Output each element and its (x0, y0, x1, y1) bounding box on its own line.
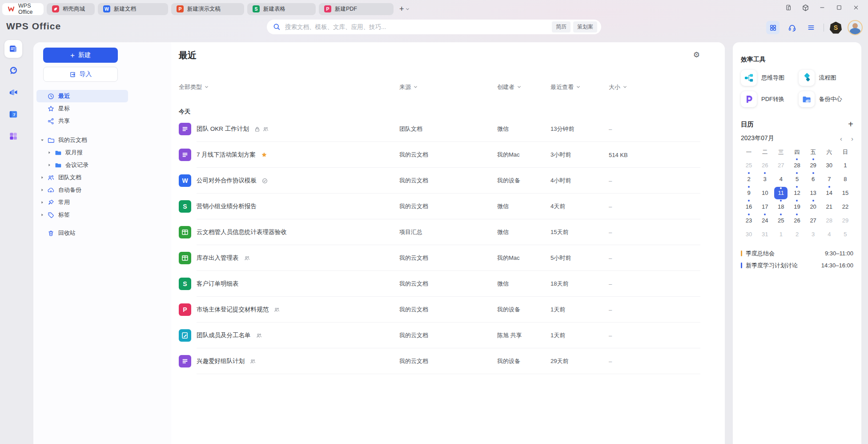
minimize-button[interactable] (814, 0, 831, 15)
calendar-day[interactable]: 26 (757, 158, 773, 172)
file-row[interactable]: 7 月线下活动策划方案 我的云文档 我的Mac 3小时前 514 KB (179, 142, 700, 168)
filter-source[interactable]: 来源 (399, 83, 497, 91)
add-event-button[interactable]: + (848, 120, 853, 129)
calendar-day[interactable]: 26 (789, 214, 805, 227)
file-row[interactable]: 云文档管人员信息统计表理器验收 项目汇总 微信 15天前 – (179, 219, 700, 245)
calendar-day[interactable]: 10 (757, 186, 773, 200)
calendar-day[interactable]: 7 (821, 172, 837, 186)
tab-list-chevron-down-icon[interactable] (405, 7, 410, 12)
sidebar-item-trash[interactable]: 回收站 (36, 227, 128, 239)
calendar-day[interactable]: 9 (741, 186, 757, 200)
calendar-event[interactable]: 季度总结会 9:30–11:00 (741, 247, 853, 259)
file-row[interactable]: S 营销小组业绩分析报告 我的云文档 微信 4天前 – (179, 194, 700, 219)
calendar-day[interactable]: 22 (837, 200, 853, 214)
file-row[interactable]: P 市场主体登记提交材料规范 我的云文档 我的设备 1天前 – (179, 297, 700, 323)
calendar-day[interactable]: 1 (773, 227, 789, 241)
settings-gear-icon[interactable]: ⚙ (693, 50, 700, 59)
tool-流程图[interactable]: 流程图 (799, 70, 854, 86)
search-input[interactable] (284, 23, 552, 31)
workspace-cube-icon[interactable] (797, 0, 814, 15)
sidebar-item-自动备份[interactable]: 自动备份 (36, 184, 128, 196)
close-button[interactable] (848, 0, 864, 15)
calendar-day[interactable]: 5 (789, 172, 805, 186)
calendar-day[interactable]: 30 (821, 158, 837, 172)
calendar-day[interactable]: 5 (837, 227, 853, 241)
file-row[interactable]: 库存出入管理表 我的云文档 我的Mac 5小时前 – (179, 245, 700, 271)
sidebar-item-我的云文档[interactable]: 我的云文档 (36, 134, 128, 146)
app-tab[interactable]: P 新建演示文稿 (171, 3, 244, 15)
calendar-day[interactable]: 29 (805, 158, 821, 172)
file-row[interactable]: S 客户订单明细表 我的云文档 微信 18天前 – (179, 271, 700, 297)
filter-size[interactable]: 大小 (609, 83, 700, 91)
calendar-day[interactable]: 24 (757, 214, 773, 227)
next-month-icon[interactable]: › (851, 135, 853, 142)
sidebar-item-共享[interactable]: 共享 (36, 115, 128, 127)
search-bar[interactable]: 简历 策划案 (267, 20, 601, 34)
filter-last-viewed[interactable]: 最近查看 (551, 83, 609, 91)
rail-item-meetings[interactable] (4, 84, 22, 101)
main-menu-icon[interactable] (804, 21, 818, 34)
calendar-day[interactable]: 28 (789, 158, 805, 172)
calendar-day[interactable]: 1 (837, 158, 853, 172)
calendar-day[interactable]: 16 (741, 200, 757, 214)
file-row[interactable]: 团队 OKR 工作计划 团队文档 微信 13分钟前 – (179, 116, 700, 142)
calendar-day[interactable]: 25 (773, 214, 789, 227)
calendar-day[interactable]: 3 (757, 172, 773, 186)
import-button[interactable]: 导入 (43, 67, 118, 82)
calendar-day[interactable]: 8 (837, 172, 853, 186)
calendar-day[interactable]: 27 (773, 158, 789, 172)
calendar-day[interactable]: 27 (805, 214, 821, 227)
calendar-day[interactable]: 15 (837, 186, 853, 200)
app-tab[interactable]: WPS Office (2, 3, 44, 15)
mini-mode-icon[interactable] (780, 0, 797, 15)
sidebar-item-会议记录[interactable]: 会议记录 (36, 159, 128, 171)
search-tag-resume[interactable]: 简历 (552, 21, 571, 32)
calendar-day[interactable]: 18 (773, 200, 789, 214)
calendar-day[interactable]: 4 (773, 172, 789, 186)
app-tab[interactable]: P 新建PDF (319, 3, 394, 15)
user-avatar[interactable] (848, 20, 863, 35)
tool-PDF转换[interactable]: PDF转换 (741, 91, 796, 107)
calendar-day[interactable]: 19 (789, 200, 805, 214)
app-tab[interactable]: W 新建文档 (98, 3, 168, 15)
file-row[interactable]: 兴趣爱好组队计划 我的云文档 我的设备 29天前 – (179, 348, 700, 374)
filter-all-types[interactable]: 全部类型 (179, 83, 399, 91)
calendar-day[interactable]: 6 (805, 172, 821, 186)
rail-item-apps[interactable] (4, 127, 22, 145)
tool-备份中心[interactable]: 备份中心 (799, 91, 854, 107)
sidebar-item-星标[interactable]: 星标 (36, 102, 128, 115)
sidebar-item-常用[interactable]: 常用 (36, 196, 128, 209)
new-document-button[interactable]: +新建 (43, 48, 118, 63)
search-tag-plan[interactable]: 策划案 (573, 21, 597, 32)
calendar-day[interactable]: 2 (789, 227, 805, 241)
prev-month-icon[interactable]: ‹ (840, 135, 842, 142)
rail-item-documents[interactable] (4, 40, 22, 58)
filter-creator[interactable]: 创建者 (497, 83, 551, 91)
tool-思维导图[interactable]: 思维导图 (741, 70, 796, 86)
rail-item-calendar[interactable]: 7 (4, 105, 22, 123)
membership-badge[interactable]: S (830, 22, 842, 34)
app-tab[interactable]: 稻壳商城 (47, 3, 95, 15)
calendar-day[interactable]: 20 (805, 200, 821, 214)
support-headset-icon[interactable] (785, 21, 799, 34)
calendar-day[interactable]: 14 (821, 186, 837, 200)
sidebar-item-团队文档[interactable]: 团队文档 (36, 171, 128, 184)
calendar-day[interactable]: 11 (773, 186, 789, 200)
sidebar-item-最近[interactable]: 最近 (36, 90, 128, 102)
calendar-day[interactable]: 4 (821, 227, 837, 241)
calendar-day[interactable]: 28 (821, 214, 837, 227)
calendar-day[interactable]: 25 (741, 158, 757, 172)
calendar-day[interactable]: 2 (741, 172, 757, 186)
calendar-day[interactable]: 13 (805, 186, 821, 200)
calendar-day[interactable]: 3 (805, 227, 821, 241)
calendar-day[interactable]: 23 (741, 214, 757, 227)
app-tab[interactable]: S 新建表格 (247, 3, 316, 15)
calendar-day[interactable]: 30 (741, 227, 757, 241)
file-row[interactable]: 团队成员及分工名单 我的云文档 陈旭 共享 1天前 – (179, 323, 700, 348)
new-tab-button[interactable]: + (399, 5, 404, 13)
calendar-day[interactable]: 12 (789, 186, 805, 200)
calendar-day[interactable]: 21 (821, 200, 837, 214)
calendar-day[interactable]: 31 (757, 227, 773, 241)
calendar-day[interactable]: 29 (837, 214, 853, 227)
sidebar-item-标签[interactable]: 标签 (36, 209, 128, 221)
